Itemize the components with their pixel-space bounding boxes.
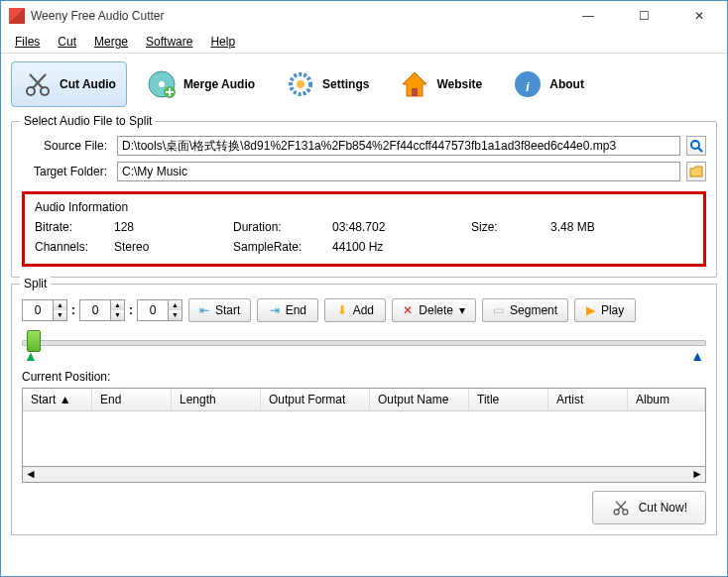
x-icon: ✕ [403,303,413,317]
audio-info-group: Audio Information Bitrate: 128 Duration:… [22,191,706,267]
cd-plus-icon [146,68,178,100]
col-title[interactable]: Title [469,389,548,410]
play-icon: ▶ [586,303,595,317]
settings-button[interactable]: Settings [274,61,380,107]
titlebar: Weeny Free Audio Cutter — ☐ ✕ [1,1,727,31]
chevron-down-icon: ▾ [459,303,465,317]
target-folder-label: Target Folder: [22,165,111,178]
close-button[interactable]: ✕ [679,6,719,26]
position-slider[interactable]: ▲ ▲ [22,330,706,360]
samplerate-value: 44100 Hz [332,240,471,254]
svg-point-10 [691,141,699,149]
add-button[interactable]: ⬇Add [324,298,386,322]
play-button[interactable]: ▶Play [574,298,636,322]
seconds-input[interactable] [138,303,168,317]
cut-audio-label: Cut Audio [60,77,116,91]
hours-up[interactable]: ▲ [53,300,66,310]
segment-button[interactable]: ▭Segment [482,298,568,322]
down-arrow-icon: ⬇ [337,303,347,317]
segments-list[interactable]: Start ▲ End Length Output Format Output … [22,388,706,467]
cut-now-button[interactable]: Cut Now! [592,491,706,524]
scissors-icon [611,498,631,518]
minimize-button[interactable]: — [568,6,608,26]
col-end[interactable]: End [92,389,172,410]
select-file-group: Select Audio File to Split Source File: … [11,121,717,278]
merge-audio-label: Merge Audio [183,77,255,91]
hours-spinner[interactable]: ▲▼ [22,299,67,321]
size-label: Size: [471,220,550,234]
toolbar: Cut Audio Merge Audio Settings Website i… [1,54,727,115]
split-group: Split ▲▼ : ▲▼ : ▲▼ ⇤Start ⇥End ⬇Add ✕Del… [11,284,717,535]
split-title: Split [20,277,51,290]
size-value: 3.48 MB [550,220,630,234]
svg-point-3 [159,81,165,87]
maximize-button[interactable]: ☐ [624,6,664,26]
duration-label: Duration: [233,220,332,234]
menu-cut[interactable]: Cut [50,33,84,51]
hours-down[interactable]: ▼ [53,310,66,320]
minutes-down[interactable]: ▼ [110,310,124,320]
end-button[interactable]: ⇥End [257,298,318,322]
end-marker-icon: ⇥ [270,303,280,317]
sort-icon: ▲ [60,393,71,406]
website-label: Website [436,77,482,91]
minutes-input[interactable] [80,303,110,317]
info-icon: i [512,68,544,100]
menu-help[interactable]: Help [202,33,243,51]
channels-label: Channels: [35,240,114,254]
start-button[interactable]: ⇤Start [188,298,251,322]
merge-audio-button[interactable]: Merge Audio [135,61,266,107]
source-file-input[interactable] [117,136,680,156]
cut-audio-button[interactable]: Cut Audio [11,61,127,107]
source-file-label: Source File: [22,139,111,153]
target-folder-input[interactable] [117,162,680,181]
col-name[interactable]: Output Name [370,389,469,410]
about-label: About [549,77,584,91]
hours-input[interactable] [23,303,53,317]
col-length[interactable]: Length [172,389,261,410]
audio-info-title: Audio Information [35,200,693,214]
delete-button[interactable]: ✕Delete▾ [392,298,476,322]
seconds-spinner[interactable]: ▲▼ [137,299,182,321]
end-marker[interactable]: ▲ [690,348,704,364]
list-header: Start ▲ End Length Output Format Output … [23,389,705,411]
scroll-left[interactable]: ◄ [23,467,39,482]
cut-now-label: Cut Now! [639,501,687,515]
scissors-icon [22,68,54,100]
home-icon [399,68,430,100]
browse-source-button[interactable] [686,136,706,156]
about-button[interactable]: i About [501,61,595,107]
gear-icon [285,68,316,100]
start-marker-icon: ⇤ [199,303,209,317]
seconds-up[interactable]: ▲ [168,300,182,310]
menubar: Files Cut Merge Software Help [1,31,727,54]
scroll-right[interactable]: ► [689,467,705,482]
window-title: Weeny Free Audio Cutter [31,9,568,23]
samplerate-label: SampleRate: [233,240,332,254]
horizontal-scrollbar[interactable]: ◄► [22,467,706,483]
minutes-spinner[interactable]: ▲▼ [79,299,125,321]
start-marker[interactable]: ▲ [24,348,38,364]
col-artist[interactable]: Artist [548,389,628,410]
col-format[interactable]: Output Format [261,389,370,410]
duration-value: 03:48.702 [332,220,471,234]
menu-software[interactable]: Software [138,33,200,51]
menu-merge[interactable]: Merge [86,33,136,51]
segment-icon: ▭ [493,303,504,317]
settings-label: Settings [322,77,369,91]
app-icon [9,8,25,24]
channels-value: Stereo [114,240,233,254]
svg-point-6 [297,80,304,88]
seconds-down[interactable]: ▼ [168,310,182,320]
minutes-up[interactable]: ▲ [110,300,124,310]
col-album[interactable]: Album [628,389,705,410]
select-file-title: Select Audio File to Split [20,114,156,128]
menu-files[interactable]: Files [7,33,48,51]
bitrate-value: 128 [114,220,233,234]
browse-target-button[interactable] [686,162,706,181]
col-start[interactable]: Start ▲ [23,389,92,410]
svg-rect-7 [412,88,418,96]
website-button[interactable]: Website [388,61,493,107]
bitrate-label: Bitrate: [35,220,114,234]
current-position-label: Current Position: [22,370,706,384]
